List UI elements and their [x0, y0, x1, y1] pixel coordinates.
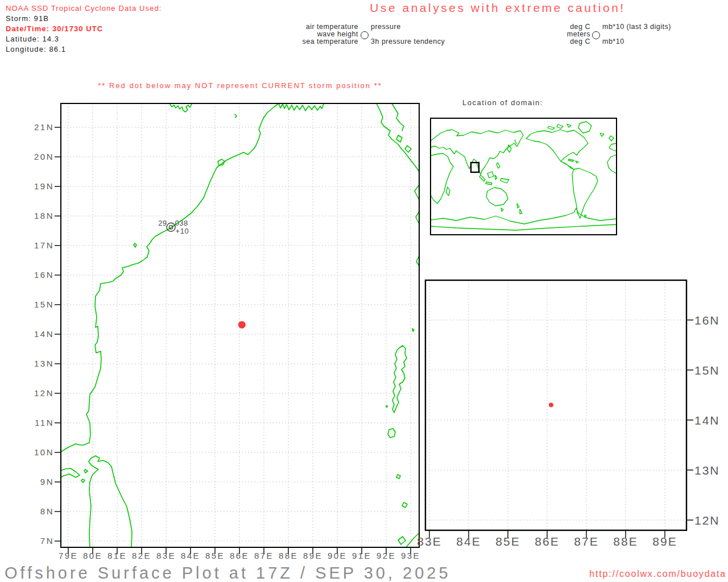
legend-mb10-last3: mb*10 (last 3 digits)	[602, 23, 671, 31]
footer-url-link[interactable]: http://coolwx.com/buoydata	[589, 569, 726, 579]
world-north-america	[526, 122, 604, 169]
main-map-lon-label: 88E	[276, 551, 301, 560]
zoom-map-lat-label: 16N	[694, 314, 728, 327]
zoom-map-lat-label: 13N	[694, 464, 728, 477]
zoom-map-lat-label: 14N	[694, 414, 728, 427]
main-map-lon-label: 86E	[227, 551, 252, 560]
world-europe-africa-edge	[607, 136, 617, 173]
main-map-lat-label: 8N	[28, 506, 54, 516]
grid-or-tick	[55, 127, 411, 554]
zoom-map-lon-label: 87E	[572, 535, 601, 548]
world-africa-coast	[431, 153, 453, 203]
zoom-map-lon-label: 84E	[454, 535, 483, 548]
footer-title: Offshore Surface Plot at 17Z / SEP 30, 2…	[5, 564, 451, 582]
legend-blank2	[602, 31, 671, 38]
world-antarctica	[431, 208, 617, 230]
zoom-map-lon-label: 88E	[611, 535, 640, 548]
data-markers	[167, 223, 553, 407]
header-latitude: Latitude: 14.3	[6, 34, 162, 44]
header-longitude: Longitude: 86.1	[6, 44, 162, 55]
zoom-map-lon-label: 89E	[650, 535, 680, 548]
legend-sea-temperature: sea temperature	[250, 38, 358, 45]
palk-strait-coast	[61, 468, 88, 483]
units-legend-right: mb*10 (last 3 digits) mb*10	[602, 23, 671, 45]
main-map-lat-label: 16N	[28, 270, 54, 280]
main-map-lat-label: 18N	[28, 211, 54, 221]
inset-title: Location of domain:	[462, 98, 543, 107]
main-map-lat-label: 14N	[28, 329, 54, 339]
main-map-lat-label: 17N	[28, 240, 54, 250]
sri-lanka-coastline	[89, 456, 132, 547]
main-map-lon-label: 81E	[105, 551, 130, 560]
main-map-lon-label: 92E	[374, 551, 399, 560]
world-australia	[486, 188, 522, 214]
zoom-map-lat-label: 12N	[694, 514, 728, 527]
header-storm: Storm: 91B	[6, 14, 162, 24]
station-legend-right: pressure 3h pressure tendency	[371, 23, 445, 45]
header-block: NOAA SSD Tropical Cyclone Data Used: Sto…	[6, 3, 162, 55]
legend-wave-height: wave height	[250, 31, 358, 38]
legend-air-temperature: air temperature	[250, 23, 358, 31]
main-map-lat-label: 21N	[28, 122, 54, 132]
legend-deg-c-bottom: deg C	[546, 38, 590, 45]
main-map-lat-label: 20N	[28, 152, 54, 161]
legend-deg-c-top: deg C	[546, 23, 590, 31]
domain-box	[471, 163, 479, 172]
india-coastline	[61, 103, 279, 452]
world-eurasia-coast	[431, 130, 523, 174]
main-map-lat-label: 11N	[28, 418, 54, 427]
header-source-line: NOAA SSD Tropical Cyclone Data Used:	[6, 3, 162, 14]
main-map-lat-label: 13N	[28, 359, 54, 368]
main-map-lat-label: 15N	[28, 300, 54, 309]
storm-position-warning: ** Red dot below may NOT represent CURRE…	[61, 81, 419, 90]
main-map-lon-label: 80E	[80, 551, 105, 560]
units-circle-icon	[592, 31, 600, 39]
main-map-lon-label: 87E	[251, 551, 276, 560]
axis-ticks	[55, 127, 693, 554]
caution-headline: Use analyses with extreme caution!	[350, 1, 646, 15]
station-pressure: 038	[175, 219, 198, 227]
station-legend-left: air temperature wave height sea temperat…	[250, 23, 358, 45]
myanmar-coastline	[377, 103, 419, 266]
legend-blank	[371, 31, 445, 38]
main-map-lat-label: 12N	[28, 388, 54, 398]
main-map-lat-label: 7N	[28, 536, 54, 546]
main-map-lat-label: 9N	[28, 477, 54, 487]
main-map-lon-label: 93E	[398, 551, 423, 560]
main-map-lon-label: 84E	[178, 551, 203, 560]
main-map-lon-label: 83E	[154, 551, 179, 560]
units-legend-left: deg C meters deg C	[546, 23, 590, 45]
zoom-map-frame	[425, 280, 686, 530]
zoom-map-lon-label: 85E	[493, 535, 523, 548]
andaman-islands	[386, 329, 419, 547]
main-map-lon-label: 91E	[349, 551, 374, 560]
zoom-map-lat-label: 15N	[694, 364, 728, 377]
zoom-map-lon-label: 83E	[415, 535, 444, 548]
main-map-lat-label: 10N	[28, 447, 54, 457]
legend-pressure-tendency: 3h pressure tendency	[371, 38, 445, 45]
station-circle-icon	[361, 31, 369, 39]
grid-or-tick	[429, 320, 693, 538]
legend-meters: meters	[546, 31, 590, 38]
header-datetime: Date/Time: 30/1730 UTC	[6, 24, 162, 34]
ganges-delta-coast	[279, 103, 324, 111]
world-seasia-islands	[479, 163, 509, 185]
grid-or-tick	[425, 280, 686, 530]
world-south-america	[572, 168, 598, 218]
legend-pressure: pressure	[371, 23, 445, 31]
station-air-temp: 29	[150, 219, 167, 227]
main-map-lon-label: 82E	[129, 551, 154, 560]
world-inset-map	[431, 118, 617, 235]
zoom-map-grid	[425, 280, 686, 530]
main-map-lon-label: 90E	[325, 551, 350, 560]
storm-dot-main	[238, 321, 246, 329]
offshore-surface-plot-page: NOAA SSD Tropical Cyclone Data Used: Sto…	[0, 0, 728, 582]
main-map-lon-label: 79E	[56, 551, 81, 560]
main-map-lon-label: 89E	[300, 551, 325, 560]
legend-mb10: mb*10	[602, 38, 671, 45]
main-map-lon-label: 85E	[202, 551, 228, 560]
station-tendency: +10	[176, 227, 198, 235]
zoom-map-lon-label: 86E	[532, 535, 562, 548]
main-map-lat-label: 19N	[28, 181, 54, 191]
storm-dot-zoom	[549, 403, 553, 408]
